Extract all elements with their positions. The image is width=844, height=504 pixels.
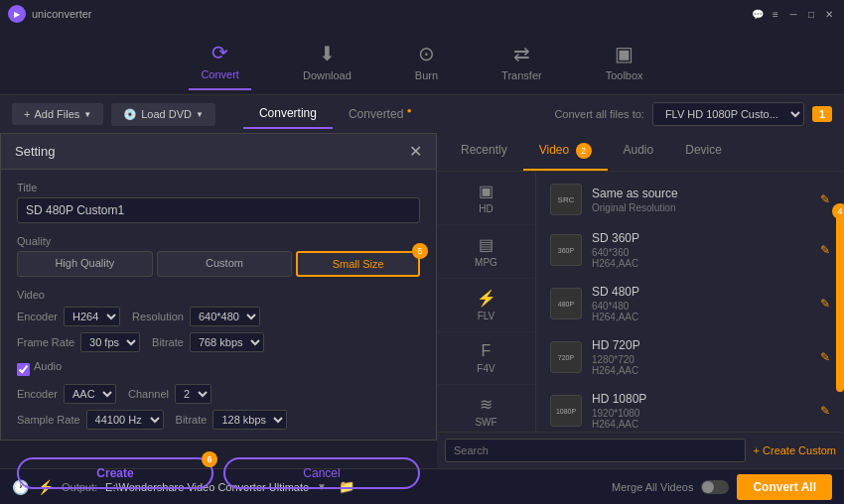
quality-small-wrap: Small Size 5 bbox=[296, 251, 420, 277]
merge-toggle[interactable] bbox=[701, 480, 729, 494]
720p-edit-icon[interactable]: ✎ bbox=[820, 350, 830, 364]
merge-label: Merge All Videos bbox=[612, 481, 693, 493]
tab-converting[interactable]: Converting bbox=[243, 100, 333, 129]
add-files-button[interactable]: + Add Files ▼ bbox=[12, 103, 103, 125]
download-icon: ⬇ bbox=[319, 42, 336, 65]
mpg-icon: ▤ bbox=[479, 235, 493, 254]
framerate-item: Frame Rate 30 fps bbox=[17, 332, 140, 352]
transfer-icon: ⇄ bbox=[513, 42, 530, 65]
nav-toolbox[interactable]: ▣ Toolbox bbox=[594, 34, 655, 89]
quality-badge: 5 bbox=[412, 243, 428, 259]
resolution-item: Resolution 640*480 bbox=[132, 307, 260, 326]
resolution-select[interactable]: 640*480 bbox=[190, 307, 260, 326]
framerate-label: Frame Rate bbox=[17, 336, 74, 348]
nav-convert-label: Convert bbox=[201, 68, 239, 80]
format-option-360p[interactable]: 360P SD 360P 640*360H264,AAC ✎ bbox=[542, 225, 838, 275]
quality-small-btn[interactable]: Small Size bbox=[296, 251, 420, 277]
quality-label: Quality bbox=[17, 235, 420, 247]
encoder-select[interactable]: H264 bbox=[64, 307, 120, 326]
nav-burn[interactable]: ⊙ Burn bbox=[403, 34, 450, 89]
convert-all-button[interactable]: Convert All bbox=[737, 474, 832, 500]
720p-info: HD 720P 1280*720H264,AAC bbox=[592, 338, 820, 376]
720p-icon: 720P bbox=[550, 341, 582, 373]
tab-audio[interactable]: Audio bbox=[608, 133, 670, 171]
480p-icon: 480P bbox=[550, 288, 582, 319]
format-option-source[interactable]: SRC Same as source Original Resolution ✎ bbox=[542, 178, 838, 221]
setting-body: Title Quality High Quality Custom Small … bbox=[1, 170, 436, 447]
format-option-1080p[interactable]: 1080P HD 1080P 1920*1080H264,AAC ✎ bbox=[542, 386, 838, 432]
add-icon: + bbox=[24, 108, 30, 120]
toggle-knob bbox=[702, 481, 714, 493]
source-icon: SRC bbox=[550, 184, 582, 215]
nav-convert[interactable]: ⟳ Convert bbox=[189, 33, 251, 90]
converted-dot: ● bbox=[407, 106, 412, 115]
maximize-btn[interactable]: □ bbox=[804, 7, 818, 21]
nav-download[interactable]: ⬇ Download bbox=[291, 34, 363, 89]
tab-converted[interactable]: Converted ● bbox=[333, 100, 428, 129]
video-section: Video Encoder H264 Resolution 640*480 bbox=[17, 289, 420, 352]
channel-select[interactable]: 2 bbox=[175, 384, 211, 404]
menu-icon-btn[interactable]: ≡ bbox=[769, 7, 782, 21]
tab-video[interactable]: Video 2 bbox=[523, 133, 608, 171]
tab-device[interactable]: Device bbox=[669, 133, 738, 171]
audio-checkbox[interactable] bbox=[17, 363, 30, 376]
format-option-720p[interactable]: 720P HD 720P 1280*720H264,AAC ✎ bbox=[542, 332, 838, 382]
source-edit-icon[interactable]: ✎ bbox=[820, 192, 830, 206]
encoder-item: Encoder H264 bbox=[17, 307, 120, 326]
create-button[interactable]: Create 6 bbox=[17, 457, 213, 468]
swf-icon: ≋ bbox=[480, 395, 492, 414]
cancel-button[interactable]: Cancel bbox=[223, 457, 420, 468]
load-dvd-button[interactable]: 💿 Load DVD ▼ bbox=[111, 103, 215, 126]
sidebar-f4v[interactable]: F F4V bbox=[437, 332, 535, 385]
close-btn[interactable]: ✕ bbox=[822, 7, 836, 21]
1080p-icon: 1080P bbox=[550, 395, 582, 427]
create-custom-button[interactable]: + Create Custom bbox=[754, 444, 836, 456]
nav-download-label: Download bbox=[303, 69, 352, 81]
setting-close-button[interactable]: ✕ bbox=[409, 142, 422, 161]
convert-format-select[interactable]: FLV HD 1080P Custo... bbox=[652, 102, 804, 126]
nav-transfer-label: Transfer bbox=[501, 69, 542, 81]
title-bar-controls: 💬 ≡ ─ □ ✕ bbox=[751, 7, 836, 21]
convert-badge: 1 bbox=[812, 106, 832, 122]
bitrate-select[interactable]: 768 kbps bbox=[190, 332, 264, 352]
video-param-row-1: Encoder H264 Resolution 640*480 bbox=[17, 307, 420, 326]
channel-label: Channel bbox=[128, 388, 169, 400]
source-info: Same as source Original Resolution bbox=[592, 187, 820, 213]
tab-recently[interactable]: Recently bbox=[445, 133, 523, 171]
audio-encoder-select[interactable]: AAC bbox=[64, 384, 116, 404]
format-option-480p[interactable]: 480P SD 480P 640*480H264,AAC ✎ bbox=[542, 279, 838, 328]
title-label: Title bbox=[17, 182, 420, 193]
format-search-input[interactable] bbox=[445, 439, 746, 462]
audio-bitrate-select[interactable]: 128 kbps bbox=[212, 410, 287, 430]
setting-title: Setting bbox=[15, 144, 55, 159]
samplerate-select[interactable]: 44100 Hz bbox=[86, 410, 164, 430]
360p-info: SD 360P 640*360H264,AAC bbox=[592, 231, 820, 269]
setting-footer: Create 6 Cancel bbox=[1, 447, 436, 468]
nav-burn-label: Burn bbox=[415, 69, 438, 81]
add-files-arrow: ▼ bbox=[83, 110, 91, 119]
title-input[interactable] bbox=[17, 197, 420, 223]
sidebar-swf[interactable]: ≋ SWF bbox=[437, 385, 535, 432]
create-badge: 6 bbox=[202, 451, 217, 467]
encoder-label: Encoder bbox=[17, 311, 58, 322]
quality-high-btn[interactable]: High Quality bbox=[17, 251, 153, 277]
video-section-title: Video bbox=[17, 289, 420, 301]
360p-edit-icon[interactable]: ✎ bbox=[820, 243, 830, 257]
nav-transfer[interactable]: ⇄ Transfer bbox=[490, 34, 554, 89]
1080p-edit-icon[interactable]: ✎ bbox=[820, 404, 830, 418]
merge-group: Merge All Videos Convert All bbox=[612, 474, 832, 500]
resolution-label: Resolution bbox=[132, 311, 184, 322]
chat-icon-btn[interactable]: 💬 bbox=[751, 7, 765, 21]
channel-item: Channel 2 bbox=[128, 384, 211, 404]
quality-custom-btn[interactable]: Custom bbox=[157, 251, 293, 277]
nav-toolbox-label: Toolbox bbox=[606, 69, 643, 81]
framerate-select[interactable]: 30 fps bbox=[80, 332, 140, 352]
sidebar-hd[interactable]: ▣ HD bbox=[437, 172, 535, 225]
minimize-btn[interactable]: ─ bbox=[786, 7, 800, 21]
quality-row: Quality High Quality Custom Small Size 5 bbox=[17, 235, 420, 277]
480p-edit-icon[interactable]: ✎ bbox=[820, 297, 830, 311]
sidebar-flv[interactable]: ⚡ FLV bbox=[437, 279, 535, 332]
sidebar-mpg[interactable]: ▤ MPG bbox=[437, 225, 535, 279]
hd-icon: ▣ bbox=[479, 182, 493, 200]
bracket-badge: 4 bbox=[832, 203, 844, 219]
